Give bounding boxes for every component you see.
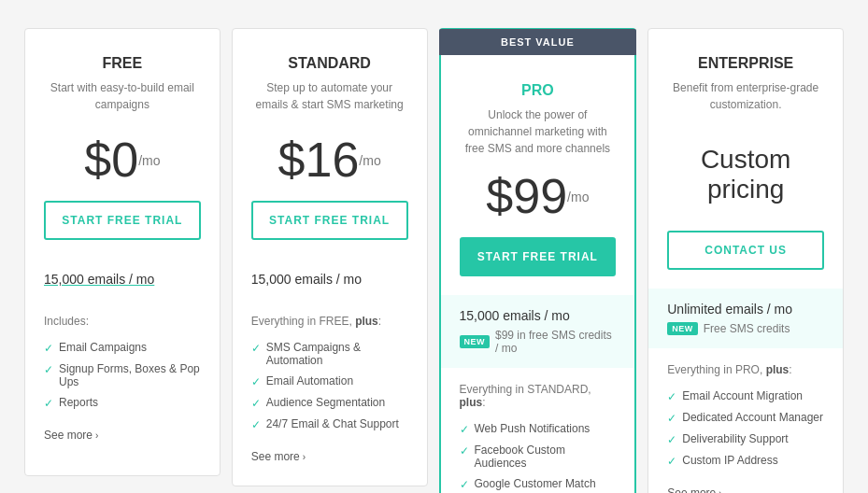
sms-row-pro: NEW $99 in free SMS credits / mo (460, 329, 617, 355)
see-more-enterprise[interactable]: See more › (667, 486, 824, 493)
feature-item: ✓ Email Automation (251, 371, 408, 392)
feature-item: ✓ Web Push Notifications (460, 418, 617, 440)
price-amount-standard: $16 (278, 133, 360, 187)
feature-item: ✓ Reports (44, 392, 201, 414)
check-icon: ✓ (44, 397, 53, 410)
feature-text: Email Automation (266, 374, 353, 387)
check-icon: ✓ (667, 412, 676, 425)
emails-label-enterprise: Unlimited emails / mo (667, 302, 824, 317)
feature-item: ✓ Google Customer Match (460, 473, 617, 493)
plan-description-pro: Unlock the power of omnichannel marketin… (460, 106, 617, 157)
plan-name-pro: PRO (460, 82, 617, 99)
check-icon: ✓ (667, 455, 676, 468)
sms-label-pro: $99 in free SMS credits / mo (495, 329, 616, 355)
plan-description-free: Start with easy-to-build email campaigns (44, 79, 201, 120)
feature-list-pro: ✓ Web Push Notifications ✓ Facebook Cust… (460, 418, 617, 493)
chevron-right-icon: › (95, 430, 98, 441)
feature-list-free: ✓ Email Campaigns ✓ Signup Forms, Boxes … (44, 337, 201, 414)
feature-item: ✓ Email Campaigns (44, 337, 201, 359)
chevron-right-icon: › (719, 488, 721, 494)
feature-item: ✓ 24/7 Email & Chat Support (251, 414, 408, 435)
plan-name-free: FREE (44, 55, 201, 72)
feature-item: ✓ Email Account Migration (667, 386, 824, 407)
see-more-text: See more (667, 486, 716, 493)
emails-label-standard: 15,000 emails / mo (251, 272, 408, 287)
pricing-card-standard: STANDARDStep up to automate your emails … (232, 28, 428, 486)
feature-text: Email Account Migration (682, 389, 803, 402)
feature-item: ✓ Custom IP Address (667, 450, 824, 472)
check-icon: ✓ (44, 363, 53, 376)
check-icon: ✓ (460, 423, 469, 436)
see-more-free[interactable]: See more › (44, 429, 201, 442)
best-value-badge: BEST VALUE (439, 29, 637, 55)
see-more-standard[interactable]: See more › (251, 450, 408, 463)
pricing-container: FREEStart with easy-to-build email campa… (9, 9, 859, 493)
feature-text: Deliverability Support (682, 432, 788, 445)
pricing-card-enterprise: ENTERPRISEBenefit from enterprise-grade … (647, 28, 844, 493)
includes-label-standard: Everything in FREE, plus: (251, 315, 408, 328)
cta-button-standard[interactable]: START FREE TRIAL (251, 201, 408, 240)
emails-section-pro: 15,000 emails / mo NEW $99 in free SMS c… (441, 295, 635, 368)
emails-section-standard: 15,000 emails / mo (251, 259, 408, 300)
price-display-pro: $99/mo (460, 172, 617, 220)
feature-text: SMS Campaigns & Automation (266, 341, 408, 367)
check-icon: ✓ (667, 433, 676, 446)
check-icon: ✓ (460, 444, 469, 458)
feature-text: Signup Forms, Boxes & Pop Ups (59, 362, 201, 388)
new-badge-enterprise: NEW (667, 322, 698, 335)
feature-text: Facebook Custom Audiences (475, 444, 617, 470)
check-icon: ✓ (251, 342, 261, 355)
price-display-free: $0/mo (44, 135, 201, 184)
emails-label-free: 15,000 emails / mo (44, 272, 201, 287)
feature-text: Google Customer Match (475, 477, 596, 490)
feature-list-enterprise: ✓ Email Account Migration ✓ Dedicated Ac… (667, 386, 824, 472)
includes-label-enterprise: Everything in PRO, plus: (667, 363, 824, 376)
price-display-standard: $16/mo (251, 135, 408, 184)
cta-button-enterprise[interactable]: CONTACT US (667, 231, 824, 270)
sms-row-enterprise: NEW Free SMS credits (667, 322, 824, 335)
feature-item: ✓ Deliverability Support (667, 429, 824, 450)
feature-item: ✓ Audience Segmentation (251, 392, 408, 414)
feature-text: Custom IP Address (682, 454, 778, 467)
feature-item: ✓ Facebook Custom Audiences (460, 440, 617, 473)
feature-text: Reports (59, 396, 98, 409)
check-icon: ✓ (667, 390, 676, 403)
price-unit-standard: /mo (359, 153, 380, 168)
price-unit-free: /mo (138, 153, 160, 168)
price-custom-enterprise: Custom pricing (667, 135, 824, 214)
cta-button-free[interactable]: START FREE TRIAL (44, 201, 201, 240)
feature-text: Web Push Notifications (475, 422, 591, 435)
sms-label-enterprise: Free SMS credits (704, 322, 790, 335)
cta-button-pro[interactable]: START FREE TRIAL (460, 237, 617, 276)
feature-text: 24/7 Email & Chat Support (266, 417, 399, 430)
feature-text: Dedicated Account Manager (682, 411, 823, 424)
emails-label-pro: 15,000 emails / mo (460, 308, 617, 323)
pricing-card-pro: BEST VALUEPROUnlock the power of omnicha… (439, 28, 637, 493)
price-amount-pro: $99 (486, 169, 567, 223)
plan-description-standard: Step up to automate your emails & start … (251, 79, 408, 120)
includes-label-pro: Everything in STANDARD, plus: (460, 383, 617, 409)
plan-description-enterprise: Benefit from enterprise-grade customizat… (667, 79, 824, 120)
feature-list-standard: ✓ SMS Campaigns & Automation ✓ Email Aut… (251, 337, 408, 435)
see-more-text: See more (251, 450, 300, 463)
check-icon: ✓ (251, 375, 261, 388)
feature-item: ✓ SMS Campaigns & Automation (251, 337, 408, 371)
check-icon: ✓ (44, 342, 53, 355)
emails-section-free: 15,000 emails / mo (44, 259, 201, 300)
plan-name-standard: STANDARD (251, 55, 408, 72)
feature-item: ✓ Signup Forms, Boxes & Pop Ups (44, 359, 201, 392)
feature-item: ✓ Dedicated Account Manager (667, 407, 824, 429)
emails-section-enterprise: Unlimited emails / mo NEW Free SMS credi… (648, 289, 843, 348)
feature-text: Email Campaigns (59, 341, 147, 354)
check-icon: ✓ (460, 478, 469, 491)
plan-name-enterprise: ENTERPRISE (667, 55, 824, 72)
new-badge-pro: NEW (460, 335, 491, 348)
price-amount-free: $0 (84, 133, 138, 187)
check-icon: ✓ (251, 418, 261, 431)
chevron-right-icon: › (303, 452, 306, 462)
price-unit-pro: /mo (567, 190, 589, 204)
check-icon: ✓ (251, 397, 261, 410)
includes-label-free: Includes: (44, 315, 201, 328)
pricing-card-free: FREEStart with easy-to-build email campa… (24, 28, 221, 476)
see-more-text: See more (44, 429, 92, 442)
